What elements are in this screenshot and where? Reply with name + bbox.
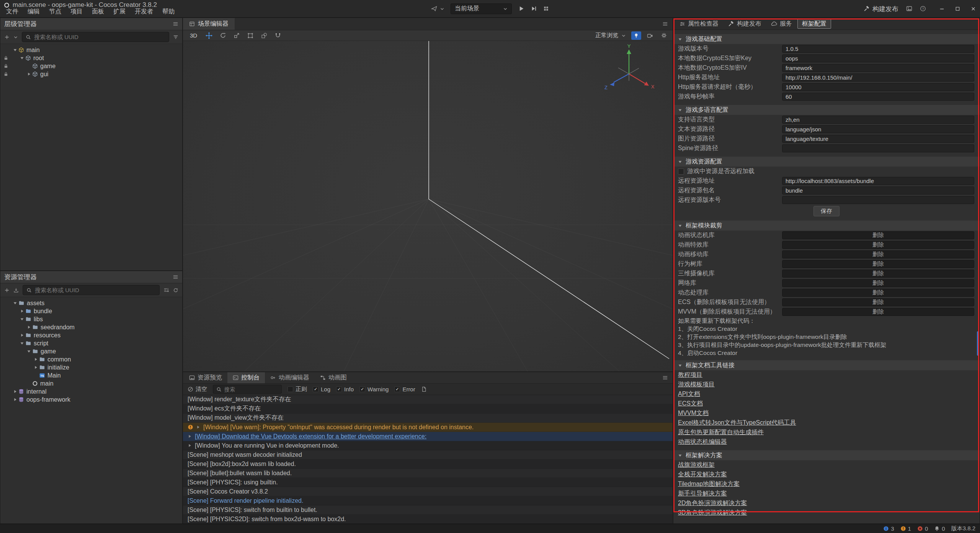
- log-row-11[interactable]: [Scene] Forward render pipeline initiali…: [183, 496, 673, 505]
- panel-menu-icon[interactable]: [658, 18, 673, 30]
- collapse-arrow-icon[interactable]: [34, 365, 38, 370]
- doc-link-41[interactable]: 动画状态机编辑器: [678, 438, 727, 446]
- field-input-11[interactable]: [782, 144, 974, 152]
- sort-assets-icon[interactable]: [163, 287, 169, 293]
- filter-warning-checkbox[interactable]: Warning: [359, 386, 389, 392]
- delete-button[interactable]: 删除: [782, 270, 974, 278]
- doc-link-47[interactable]: 2D角色扮演游戏解决方案: [678, 499, 747, 507]
- inspector-scrollbar[interactable]: [977, 331, 979, 356]
- regex-checkbox[interactable]: 正则: [287, 386, 307, 393]
- tree-node-bundle[interactable]: bundle: [0, 307, 182, 315]
- menu-item-6[interactable]: 开发者: [130, 7, 158, 17]
- tree-node-Main[interactable]: TSMain: [0, 371, 182, 379]
- console-tab-0[interactable]: 资源预览: [184, 372, 227, 383]
- expand-arrow-icon[interactable]: [20, 341, 24, 345]
- delete-button[interactable]: 删除: [782, 289, 974, 297]
- section-header-0[interactable]: 游戏基础配置: [673, 34, 980, 44]
- section-header-33[interactable]: 框架文档工具链接: [673, 360, 980, 370]
- tree-node-initialize[interactable]: initialize: [0, 363, 182, 371]
- collapse-arrow-icon[interactable]: [678, 108, 682, 112]
- doc-link-35[interactable]: 游戏模板项目: [678, 381, 715, 389]
- console-search-input[interactable]: [224, 386, 268, 392]
- play-button[interactable]: [518, 5, 524, 12]
- warning-count[interactable]: 1: [900, 525, 911, 532]
- info-count[interactable]: 3: [883, 525, 894, 532]
- field-input-10[interactable]: language/texture: [782, 135, 974, 143]
- panel-menu-icon[interactable]: [173, 274, 178, 280]
- field-input-4[interactable]: http://192.168.0.150/main/: [782, 74, 974, 82]
- add-node-button[interactable]: [4, 34, 10, 40]
- menu-item-1[interactable]: 编辑: [23, 7, 44, 17]
- tree-node-assets[interactable]: assets: [0, 299, 182, 307]
- tree-node-oops-framework[interactable]: oops-framework: [0, 396, 182, 404]
- console-search[interactable]: [213, 385, 282, 394]
- doc-link-38[interactable]: MVVM文档: [678, 409, 709, 417]
- tree-node-seedrandom[interactable]: seedrandom: [0, 323, 182, 331]
- camera-settings-icon[interactable]: [645, 31, 655, 40]
- lock-icon[interactable]: [3, 64, 8, 69]
- expand-arrow-icon[interactable]: [13, 48, 17, 52]
- refresh-assets-icon[interactable]: [173, 288, 178, 293]
- assets-search-input[interactable]: [35, 287, 156, 293]
- tree-node-gui[interactable]: gui: [0, 70, 182, 78]
- field-input-14[interactable]: http://localhost:8083/assets/bundle: [782, 177, 974, 185]
- console-tab-3[interactable]: 动画图: [315, 372, 352, 383]
- filter-error-checkbox[interactable]: Error: [394, 386, 415, 392]
- menu-item-5[interactable]: 扩展: [109, 7, 130, 17]
- expand-arrow-icon[interactable]: [27, 349, 31, 353]
- doc-link-40[interactable]: 原生包热更新配置自动生成插件: [678, 428, 764, 437]
- tree-node-resources[interactable]: resources: [0, 331, 182, 339]
- inspector-tab-3[interactable]: 框架配置: [797, 19, 831, 29]
- rect-tool-icon[interactable]: [245, 31, 255, 40]
- log-row-10[interactable]: [Scene] Cocos Creator v3.8.2: [183, 487, 673, 496]
- lock-icon[interactable]: [3, 56, 8, 60]
- console-tab-2[interactable]: 动画编辑器: [265, 372, 315, 383]
- log-row-2[interactable]: [Window] model_view文件夹不存在: [183, 414, 673, 423]
- collapse-arrow-icon[interactable]: [678, 37, 682, 41]
- preview-platform-button[interactable]: [431, 6, 444, 12]
- import-asset-button[interactable]: [13, 288, 19, 293]
- log-row-1[interactable]: [Window] ecs文件夹不存在: [183, 404, 673, 414]
- delete-button[interactable]: 删除: [782, 260, 974, 268]
- orientation-gizmo[interactable]: YXZ: [601, 44, 659, 94]
- collapse-arrow-icon[interactable]: [20, 309, 24, 313]
- field-input-1[interactable]: 1.0.5: [782, 45, 974, 53]
- clear-console-button[interactable]: 清空: [188, 386, 207, 393]
- scale-tool-icon[interactable]: [232, 31, 242, 40]
- snap-tool-icon[interactable]: [273, 31, 283, 40]
- doc-link-43[interactable]: 战旗游戏框架: [678, 461, 715, 469]
- log-row-6[interactable]: [Scene] meshopt wasm decoder initialized: [183, 450, 673, 459]
- log-row-7[interactable]: [Scene] [box2d]:box2d wasm lib loaded.: [183, 459, 673, 469]
- collapse-arrow-icon[interactable]: [34, 357, 38, 361]
- delete-button[interactable]: 删除: [782, 298, 974, 306]
- expand-arrow-icon[interactable]: [20, 317, 24, 321]
- open-log-file-icon[interactable]: [421, 386, 427, 392]
- inspector-tab-1[interactable]: 构建发布: [724, 19, 766, 29]
- inspector-tab-0[interactable]: 属性检查器: [675, 19, 723, 29]
- field-input-5[interactable]: 10000: [782, 83, 974, 91]
- scene-viewport[interactable]: YXZ: [183, 41, 673, 371]
- preview-grid-button[interactable]: [543, 6, 549, 11]
- tree-node-internal[interactable]: internal: [0, 387, 182, 396]
- tree-node-script[interactable]: script: [0, 339, 182, 347]
- menu-item-2[interactable]: 节点: [44, 7, 66, 17]
- expand-arrow-icon[interactable]: [13, 301, 17, 305]
- inspector-tab-2[interactable]: 服务: [767, 19, 796, 29]
- minimize-button[interactable]: [939, 6, 945, 11]
- field-input-15[interactable]: bundle: [782, 186, 974, 195]
- log-row-3[interactable]: [Window] [Vue warn]: Property "onInput" …: [183, 423, 673, 432]
- panel-menu-icon[interactable]: [658, 372, 673, 383]
- field-input-8[interactable]: zh,en: [782, 116, 974, 124]
- log-row-9[interactable]: [Scene] [PHYSICS]: using builtin.: [183, 478, 673, 487]
- log-row-0[interactable]: [Window] render_texture文件夹不存在: [183, 395, 673, 404]
- doc-link-34[interactable]: 教程项目: [678, 371, 702, 379]
- collapse-arrow-icon[interactable]: [13, 397, 17, 402]
- doc-link-36[interactable]: API文档: [678, 390, 700, 398]
- scene-editor-tab[interactable]: 场景编辑器: [183, 18, 235, 30]
- transform-tool-icon[interactable]: [259, 31, 269, 40]
- log-row-13[interactable]: [Scene] [PHYSICS2D]: switch from box2d-w…: [183, 515, 673, 523]
- save-button[interactable]: 保存: [813, 206, 840, 216]
- error-count[interactable]: 0: [917, 525, 928, 532]
- view-mode-select[interactable]: 正常浏览: [595, 32, 626, 39]
- filter-log-checkbox[interactable]: Log: [313, 386, 330, 392]
